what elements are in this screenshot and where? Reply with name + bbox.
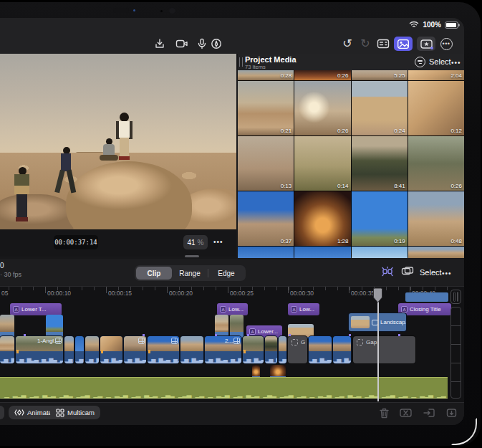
media-select-button[interactable]: Select	[429, 57, 451, 66]
record-button[interactable]	[175, 37, 189, 50]
media-library-button[interactable]	[394, 37, 413, 51]
insert-button[interactable]	[423, 406, 435, 419]
redo-button[interactable]: ↻	[358, 37, 372, 50]
media-grid: 0:28 0:26 5:25 2:04 0:21 0:26 0:24 0:12 …	[238, 70, 464, 257]
timeline[interactable]: 05 00:00:10 00:00:15 00:00:20 00:00:25 0…	[0, 286, 464, 402]
connected-clip-bar[interactable]	[405, 292, 448, 302]
media-thumbnail[interactable]: 0:24	[352, 81, 408, 135]
more-icon: •••	[440, 38, 453, 50]
media-thumbnail[interactable]: 0:28	[238, 70, 294, 80]
connected-clip[interactable]	[230, 315, 244, 338]
timecode-display[interactable]: 00:00:37:14	[54, 235, 98, 249]
gap-icon	[357, 339, 363, 345]
connected-clip[interactable]	[46, 315, 63, 338]
keyframe-icon	[14, 409, 24, 416]
media-thumbnail[interactable]: 0:21	[238, 81, 294, 135]
timeline-select-button[interactable]: Select	[420, 268, 442, 277]
media-thumbnail[interactable]: 8:41	[352, 136, 408, 191]
timeline-clip[interactable]: ▃▆▂▇▄▅▂▆▃▇▅▂▄▇▃▅▆▂▇▄▃▆▅▂▇▃▄▆▂▅▇▃▄▆▂▇▅▃▆▄…	[180, 336, 203, 363]
import-icon	[154, 38, 165, 49]
project-name-truncated: 0	[0, 262, 4, 270]
redo-icon: ↻	[360, 38, 370, 49]
ruler-label: 00:00:25	[230, 290, 254, 297]
draw-tool-button[interactable]	[209, 37, 223, 50]
voiceover-button[interactable]	[195, 37, 209, 50]
media-item-count: 73 Items	[245, 64, 266, 70]
clip-marker	[16, 350, 19, 353]
multicam-button[interactable]: Multicam	[50, 406, 100, 419]
viewer-preview[interactable]	[0, 54, 236, 229]
track-scroller-main[interactable]	[450, 307, 461, 399]
media-thumbnail[interactable]: 2:04	[408, 70, 464, 80]
timeline-clip[interactable]: ▃▆▂▇▄▅▂▆▃▇▅▂▄▇▃▅▆▂▇▄▃▆▅▂▇▃▄▆▂▅▇▃▄▆▂▇▅▃▆▄…	[333, 336, 351, 363]
title-clip-closing[interactable]: A Closing Title	[398, 303, 451, 315]
gap-clip[interactable]: Gap	[353, 336, 415, 363]
ruler-label: 00:00:20	[169, 290, 193, 297]
timeline-clip-multicam[interactable]: 2... ▃▆▂▇▄▅▂▆▃▇▅▂▄▇▃▅▆▂▇▄▃▆▅▂▇▃▄▆▂▅▇▃▄▆▂…	[205, 336, 241, 363]
viewer-more-button[interactable]: •••	[213, 238, 223, 246]
multicam-grid-icon	[56, 409, 64, 417]
overwrite-button[interactable]	[445, 406, 458, 419]
trim-overlap-button[interactable]	[401, 266, 414, 277]
track-scroller[interactable]	[450, 290, 461, 400]
timeline-clip-multicam[interactable]: ▃▆▂▇▄▅▂▆▃▇▅▂▄▇▃▅▆▂▇▄▃▆▅▂▇▃▄▆▂▅▇▃▄▆▂▇▅▃▆▄…	[124, 336, 146, 363]
connected-clip[interactable]	[0, 315, 14, 338]
timeline-clip[interactable]: ▃▆▂▇▄▅▂▆▃▇▅▂▄▇▃▅▆▂▇▄▃▆▅▂▇▃▄▆▂▅▇▃▄▆▂▇▅▃▆▄…	[243, 336, 264, 363]
media-thumbnail[interactable]: 1:28	[294, 191, 350, 246]
title-clip[interactable]: A Lower T...	[10, 303, 62, 315]
gap-clip[interactable]: G	[288, 336, 307, 363]
media-thumbnail[interactable]: 0:37	[238, 191, 294, 246]
import-button[interactable]	[153, 37, 167, 50]
playhead-line[interactable]	[377, 288, 379, 401]
delete-button[interactable]	[377, 406, 390, 419]
playhead-handle[interactable]	[373, 287, 382, 303]
media-thumbnail[interactable]	[352, 247, 408, 258]
enhance-button[interactable]	[380, 266, 395, 277]
media-thumbnail[interactable]: 0:19	[352, 191, 408, 246]
timeline-clip[interactable]: ▃▆▂▇▄▅▂▆▃▇▅▂▄▇▃▅▆▂▇▄▃▆▅▂▇▃▄▆▂▅▇▃▄▆▂▇▅▃▆▄…	[279, 336, 286, 363]
blade-button[interactable]	[399, 406, 412, 419]
tab-clip[interactable]: Clip	[136, 267, 172, 280]
pane-resize-handle[interactable]	[185, 255, 199, 257]
timeline-clip[interactable]: ▃▆▂▇▄▅▂▆▃▇▅▂▄▇▃▅▆▂▇▄▃▆▅▂▇▃▄▆▂▅▇▃▄▆▂▇▅▃▆▄…	[64, 336, 74, 363]
music-audio-track[interactable]: ▂▃▂▄▃▅▂▃▄▂▅▃▄▂▃▅▄▂▃▄▅▂▃▄▂▃▂▄▃▅▂▃▄▂▅▃▄▂▃▅…	[0, 377, 448, 399]
timeline-clip[interactable]: ▃▆▂▇▄▅▂▆▃▇▅▂▄▇▃▅▆▂▇▄▃▆▅▂▇▃▄▆▂▅▇▃▄▆▂▇▅▃▆▄…	[265, 336, 277, 363]
tab-edge[interactable]: Edge	[208, 267, 244, 280]
clipped-button[interactable]	[0, 406, 4, 419]
timeline-clip[interactable]: ▃▆▂▇▄▅▂▆▃▇▅▂▄▇▃▅▆▂▇▄▃▆▅▂▇▃▄▆▂▅▇▃▄▆▂▇▅▃▆▄…	[100, 336, 122, 363]
timeline-clip[interactable]: ▃▆▂▇▄▅▂▆▃▇▅▂▄▇▃▅▆▂▇▄▃▆▅▂▇▃▄▆▂▅▇▃▄▆▂▇▅▃▆▄…	[75, 336, 84, 363]
media-thumbnail[interactable]	[408, 247, 464, 258]
media-thumbnail[interactable]	[294, 247, 350, 258]
media-thumbnail[interactable]: 5:25	[352, 70, 408, 80]
timeline-clip[interactable]: ▃▆▂▇▄▅▂▆▃▇▅▂▄▇▃▅▆▂▇▄▃▆▅▂▇▃▄▆▂▅▇▃▄▆▂▇▅▃▆▄…	[309, 336, 332, 363]
timeline-clip[interactable]: ▃▆▂▇▄▅▂▆▃▇▅▂▄▇▃▅▆▂▇▄▃▆▅▂▇▃▄▆▂▅▇▃▄▆▂▇▅▃▆▄…	[0, 336, 14, 363]
timeline-clip-multicam[interactable]: 1-Angl... ▃▆▂▇▄▅▂▆▃▇▅▂▄▇▃▅▆▂▇▄▃▆▅▂▇▃▄▆▂▅…	[16, 336, 63, 363]
media-thumbnail[interactable]: 0:48	[408, 191, 464, 246]
undo-button[interactable]: ↺	[340, 37, 355, 50]
media-thumbnail[interactable]: 0:12	[408, 81, 464, 135]
media-thumbnail[interactable]: 0:13	[238, 136, 294, 191]
title-clip[interactable]: A Low...	[288, 303, 319, 315]
timeline-clip[interactable]: ▃▆▂▇▄▅▂▆▃▇▅▂▄▇▃▅▆▂▇▄▃▆▅▂▇▃▄▆▂▅▇▃▄▆▂▇▅▃▆▄…	[85, 336, 99, 363]
person-standing	[115, 113, 135, 170]
panel-resize-handle[interactable]	[239, 57, 243, 67]
person-far-left	[10, 167, 36, 229]
zoom-level-control[interactable]: 41 %	[183, 235, 208, 249]
media-thumbnail[interactable]	[238, 247, 294, 258]
media-thumbnail[interactable]: 0:26	[408, 136, 464, 191]
track-scroller-top[interactable]	[450, 290, 461, 304]
timeline-clip-multicam[interactable]: ▃▆▂▇▄▅▂▆▃▇▅▂▄▇▃▅▆▂▇▄▃▆▅▂▇▃▄▆▂▅▇▃▄▆▂▇▅▃▆▄…	[148, 336, 179, 363]
more-button[interactable]: •••	[439, 37, 453, 50]
media-library-icon	[397, 39, 409, 49]
title-clip[interactable]: A Low...	[217, 303, 248, 315]
filter-button[interactable]	[415, 57, 425, 67]
tab-range[interactable]: Range	[172, 267, 208, 280]
media-thumbnail[interactable]: 0:26	[294, 70, 350, 80]
media-thumbnail[interactable]: 0:26	[294, 81, 350, 135]
media-thumbnail[interactable]: 0:14	[294, 136, 350, 191]
media-more-button[interactable]: •••	[451, 59, 461, 67]
timeline-more-button[interactable]: •••	[442, 270, 452, 277]
titles-effects-button[interactable]	[417, 37, 435, 51]
zoom-unit: %	[198, 239, 204, 247]
browser-button[interactable]	[376, 37, 390, 50]
